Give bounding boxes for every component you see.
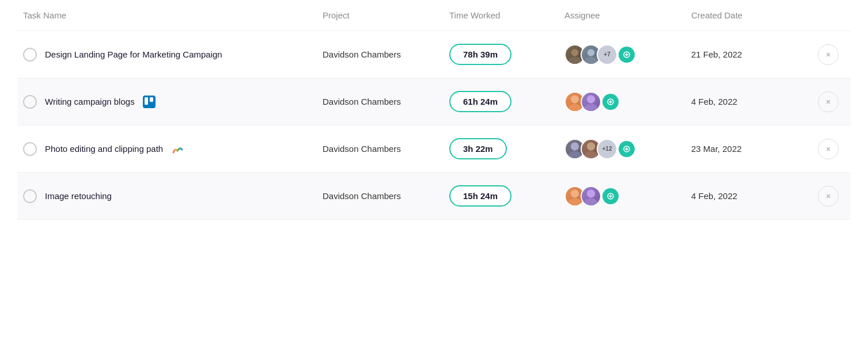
avatar-group [564, 186, 619, 207]
close-icon: × [826, 50, 831, 59]
close-icon: × [826, 144, 831, 154]
table-row: Image retouching Davidson Chambers 15h 2… [17, 173, 851, 220]
time-cell: 15h 24m [449, 185, 564, 207]
svg-point-10 [571, 95, 579, 103]
assignee-cell: +12 [564, 139, 691, 159]
action-cell: × [818, 91, 852, 112]
col-task-name: Task Name [23, 10, 323, 20]
task-cell: Writing campaign blogs [23, 95, 323, 109]
task-name: Photo editing and clipping path [45, 144, 163, 154]
time-badge: 78h 39m [449, 44, 511, 65]
table-row: Writing campaign blogs Davidson Chambers… [17, 78, 851, 125]
delete-button[interactable]: × [818, 139, 839, 159]
task-cell: Design Landing Page for Marketing Campai… [23, 48, 323, 62]
svg-point-11 [568, 104, 581, 112]
col-created-date: Created Date [691, 10, 818, 20]
delete-button[interactable]: × [818, 44, 839, 65]
table-header: Task Name Project Time Worked Assignee C… [17, 0, 851, 31]
avatar-more: +12 [597, 139, 617, 159]
avatar-group: +12 [564, 139, 635, 159]
action-cell: × [818, 139, 852, 159]
task-cell: Photo editing and clipping path [23, 142, 323, 156]
time-cell: 78h 39m [449, 44, 564, 65]
project-cell: Davidson Chambers [323, 191, 449, 201]
add-assignee-button[interactable] [602, 94, 619, 110]
avatar [581, 186, 601, 207]
table-row: Photo editing and clipping path [17, 125, 851, 173]
action-cell: × [818, 186, 852, 207]
date-cell: 23 Mar, 2022 [691, 144, 818, 154]
time-cell: 3h 22m [449, 138, 564, 159]
task-table: Task Name Project Time Worked Assignee C… [0, 0, 868, 220]
avatar-more: +7 [597, 44, 617, 65]
col-assignee: Assignee [564, 10, 691, 20]
svg-point-13 [584, 104, 597, 112]
task-name: Image retouching [45, 191, 112, 201]
project-cell: Davidson Chambers [323, 97, 449, 106]
col-actions [818, 10, 852, 20]
svg-point-12 [587, 95, 595, 103]
delete-button[interactable]: × [818, 186, 839, 207]
svg-point-1 [568, 56, 581, 64]
task-name: Writing campaign blogs [45, 97, 135, 106]
svg-point-20 [587, 142, 595, 150]
svg-point-3 [585, 56, 597, 64]
date-cell: 21 Feb, 2022 [691, 49, 818, 59]
col-project: Project [323, 10, 449, 20]
assignee-cell [564, 186, 691, 207]
task-cell: Image retouching [23, 189, 323, 203]
assignee-cell [564, 91, 691, 112]
avatar [581, 91, 601, 112]
table-row: Design Landing Page for Marketing Campai… [17, 31, 851, 78]
svg-point-19 [568, 151, 581, 159]
avatar-group: +7 [564, 44, 635, 65]
svg-rect-8 [145, 97, 148, 105]
time-badge: 15h 24m [449, 185, 511, 207]
svg-point-18 [571, 142, 579, 150]
date-cell: 4 Feb, 2022 [691, 97, 818, 106]
task-checkbox[interactable] [23, 142, 37, 156]
svg-point-0 [571, 49, 578, 56]
close-icon: × [826, 97, 831, 106]
trello-icon [143, 96, 156, 108]
svg-point-2 [587, 49, 594, 56]
task-checkbox[interactable] [23, 48, 37, 62]
project-cell: Davidson Chambers [323, 144, 449, 154]
svg-point-28 [584, 198, 597, 206]
assignee-cell: +7 [564, 44, 691, 65]
task-name: Design Landing Page for Marketing Campai… [45, 49, 222, 59]
delete-button[interactable]: × [818, 91, 839, 112]
clickup-icon [171, 143, 184, 155]
task-checkbox[interactable] [23, 95, 37, 109]
date-cell: 4 Feb, 2022 [691, 191, 818, 201]
add-assignee-button[interactable] [619, 141, 635, 157]
svg-point-27 [587, 189, 595, 197]
task-checkbox[interactable] [23, 189, 37, 203]
svg-point-26 [568, 198, 581, 206]
add-assignee-button[interactable] [602, 188, 619, 204]
svg-rect-9 [150, 97, 153, 102]
col-time-worked: Time Worked [449, 10, 564, 20]
time-badge: 61h 24m [449, 91, 511, 112]
project-cell: Davidson Chambers [323, 49, 449, 59]
time-cell: 61h 24m [449, 91, 564, 112]
svg-point-21 [584, 151, 597, 159]
time-badge: 3h 22m [449, 138, 507, 159]
add-assignee-button[interactable] [619, 47, 635, 63]
close-icon: × [826, 192, 831, 201]
svg-point-25 [571, 189, 579, 197]
action-cell: × [818, 44, 852, 65]
avatar-group [564, 91, 619, 112]
